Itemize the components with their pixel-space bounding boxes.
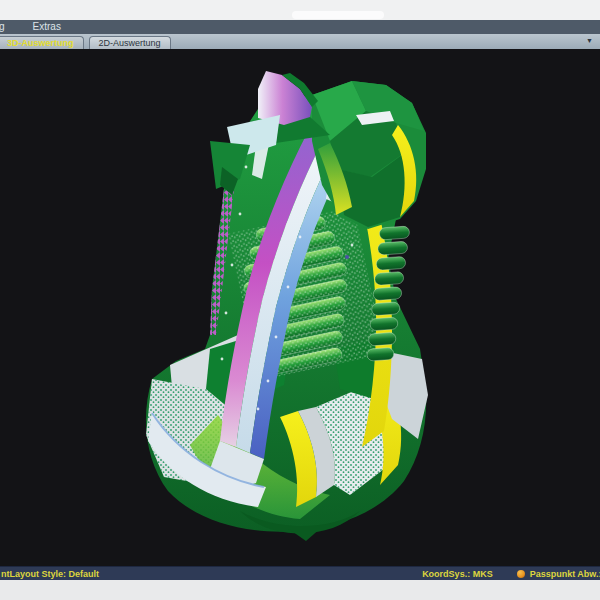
window-bottom-strip [0,580,600,600]
tab-bar: 3D-Auswertung 2D-Auswertung ▼ [0,34,600,50]
menu-item-clipped[interactable]: g [0,20,9,34]
warning-dot-icon [517,570,525,578]
window-top-strip [0,0,600,21]
tab-3d-auswertung[interactable]: 3D-Auswertung [0,36,84,49]
status-bar-right: KoordSys.: MKS Passpunkt Abw.: 0 [422,568,600,581]
window-decoration [292,11,384,19]
koordsys-status: KoordSys.: MKS [422,568,493,581]
menu-bar: g Extras [0,20,600,34]
status-bar: ntLayout Style: Default KoordSys.: MKS P… [0,566,600,581]
application-window: g Extras 3D-Auswertung 2D-Auswertung ▼ [0,0,600,600]
3d-object-render [0,49,600,566]
scan-object [146,71,428,541]
3d-viewport[interactable] [0,49,600,566]
chevron-down-icon[interactable]: ▼ [586,37,593,44]
tab-2d-auswertung[interactable]: 2D-Auswertung [89,36,171,49]
menu-item-extras[interactable]: Extras [27,20,67,34]
layout-style-status: ntLayout Style: Default [1,568,99,581]
passpunkt-status: Passpunkt Abw.: 0 [530,568,600,581]
